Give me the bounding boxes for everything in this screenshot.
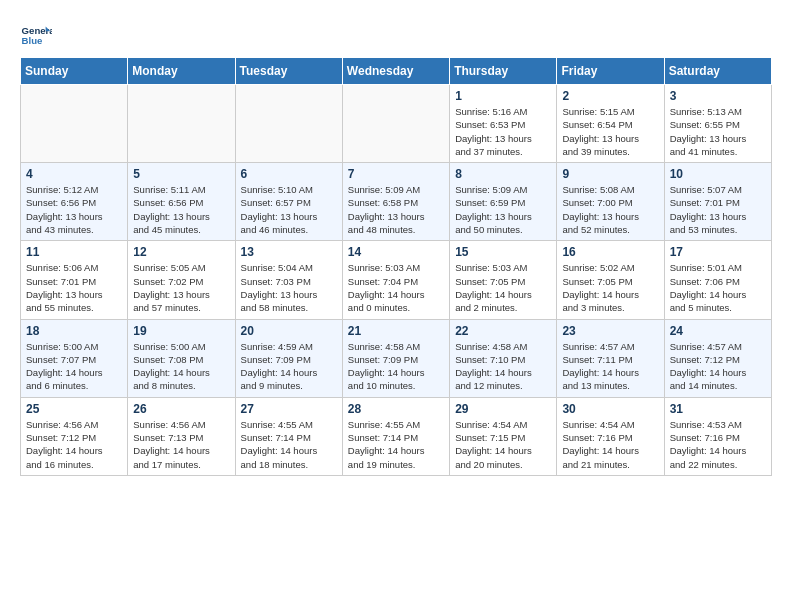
day-info: Sunrise: 5:00 AM Sunset: 7:07 PM Dayligh…: [26, 340, 122, 393]
calendar-cell: 19Sunrise: 5:00 AM Sunset: 7:08 PM Dayli…: [128, 319, 235, 397]
day-info: Sunrise: 4:56 AM Sunset: 7:12 PM Dayligh…: [26, 418, 122, 471]
calendar-cell: 8Sunrise: 5:09 AM Sunset: 6:59 PM Daylig…: [450, 163, 557, 241]
calendar-cell: 12Sunrise: 5:05 AM Sunset: 7:02 PM Dayli…: [128, 241, 235, 319]
day-info: Sunrise: 4:54 AM Sunset: 7:15 PM Dayligh…: [455, 418, 551, 471]
calendar-cell: [128, 85, 235, 163]
day-number: 24: [670, 324, 766, 338]
day-number: 7: [348, 167, 444, 181]
day-number: 26: [133, 402, 229, 416]
calendar-cell: 18Sunrise: 5:00 AM Sunset: 7:07 PM Dayli…: [21, 319, 128, 397]
logo: General Blue: [20, 20, 52, 52]
day-info: Sunrise: 5:08 AM Sunset: 7:00 PM Dayligh…: [562, 183, 658, 236]
day-info: Sunrise: 5:15 AM Sunset: 6:54 PM Dayligh…: [562, 105, 658, 158]
header-sunday: Sunday: [21, 58, 128, 85]
calendar-header-row: SundayMondayTuesdayWednesdayThursdayFrid…: [21, 58, 772, 85]
day-info: Sunrise: 5:05 AM Sunset: 7:02 PM Dayligh…: [133, 261, 229, 314]
day-info: Sunrise: 5:01 AM Sunset: 7:06 PM Dayligh…: [670, 261, 766, 314]
day-info: Sunrise: 5:16 AM Sunset: 6:53 PM Dayligh…: [455, 105, 551, 158]
day-info: Sunrise: 4:56 AM Sunset: 7:13 PM Dayligh…: [133, 418, 229, 471]
calendar-cell: 15Sunrise: 5:03 AM Sunset: 7:05 PM Dayli…: [450, 241, 557, 319]
week-row-3: 11Sunrise: 5:06 AM Sunset: 7:01 PM Dayli…: [21, 241, 772, 319]
day-number: 14: [348, 245, 444, 259]
day-number: 9: [562, 167, 658, 181]
logo-icon: General Blue: [20, 20, 52, 52]
day-info: Sunrise: 5:12 AM Sunset: 6:56 PM Dayligh…: [26, 183, 122, 236]
calendar-cell: 21Sunrise: 4:58 AM Sunset: 7:09 PM Dayli…: [342, 319, 449, 397]
day-info: Sunrise: 4:58 AM Sunset: 7:10 PM Dayligh…: [455, 340, 551, 393]
day-info: Sunrise: 5:04 AM Sunset: 7:03 PM Dayligh…: [241, 261, 337, 314]
calendar-cell: 17Sunrise: 5:01 AM Sunset: 7:06 PM Dayli…: [664, 241, 771, 319]
day-number: 8: [455, 167, 551, 181]
day-number: 30: [562, 402, 658, 416]
day-number: 6: [241, 167, 337, 181]
header-tuesday: Tuesday: [235, 58, 342, 85]
day-number: 15: [455, 245, 551, 259]
calendar-cell: 14Sunrise: 5:03 AM Sunset: 7:04 PM Dayli…: [342, 241, 449, 319]
day-number: 20: [241, 324, 337, 338]
day-info: Sunrise: 4:57 AM Sunset: 7:12 PM Dayligh…: [670, 340, 766, 393]
calendar-cell: 2Sunrise: 5:15 AM Sunset: 6:54 PM Daylig…: [557, 85, 664, 163]
day-info: Sunrise: 4:54 AM Sunset: 7:16 PM Dayligh…: [562, 418, 658, 471]
calendar-cell: 30Sunrise: 4:54 AM Sunset: 7:16 PM Dayli…: [557, 397, 664, 475]
day-number: 31: [670, 402, 766, 416]
day-number: 1: [455, 89, 551, 103]
calendar-cell: 24Sunrise: 4:57 AM Sunset: 7:12 PM Dayli…: [664, 319, 771, 397]
day-number: 16: [562, 245, 658, 259]
week-row-5: 25Sunrise: 4:56 AM Sunset: 7:12 PM Dayli…: [21, 397, 772, 475]
day-info: Sunrise: 5:09 AM Sunset: 6:58 PM Dayligh…: [348, 183, 444, 236]
calendar-cell: 28Sunrise: 4:55 AM Sunset: 7:14 PM Dayli…: [342, 397, 449, 475]
day-info: Sunrise: 5:07 AM Sunset: 7:01 PM Dayligh…: [670, 183, 766, 236]
header-thursday: Thursday: [450, 58, 557, 85]
day-number: 28: [348, 402, 444, 416]
calendar-cell: 23Sunrise: 4:57 AM Sunset: 7:11 PM Dayli…: [557, 319, 664, 397]
calendar-cell: 7Sunrise: 5:09 AM Sunset: 6:58 PM Daylig…: [342, 163, 449, 241]
day-number: 23: [562, 324, 658, 338]
week-row-1: 1Sunrise: 5:16 AM Sunset: 6:53 PM Daylig…: [21, 85, 772, 163]
calendar-cell: 11Sunrise: 5:06 AM Sunset: 7:01 PM Dayli…: [21, 241, 128, 319]
day-info: Sunrise: 5:03 AM Sunset: 7:05 PM Dayligh…: [455, 261, 551, 314]
calendar-cell: 6Sunrise: 5:10 AM Sunset: 6:57 PM Daylig…: [235, 163, 342, 241]
day-number: 29: [455, 402, 551, 416]
day-info: Sunrise: 5:11 AM Sunset: 6:56 PM Dayligh…: [133, 183, 229, 236]
day-info: Sunrise: 4:53 AM Sunset: 7:16 PM Dayligh…: [670, 418, 766, 471]
calendar-cell: [235, 85, 342, 163]
header-friday: Friday: [557, 58, 664, 85]
header-monday: Monday: [128, 58, 235, 85]
calendar-cell: 1Sunrise: 5:16 AM Sunset: 6:53 PM Daylig…: [450, 85, 557, 163]
week-row-2: 4Sunrise: 5:12 AM Sunset: 6:56 PM Daylig…: [21, 163, 772, 241]
calendar-cell: 10Sunrise: 5:07 AM Sunset: 7:01 PM Dayli…: [664, 163, 771, 241]
calendar-cell: [342, 85, 449, 163]
calendar-cell: 31Sunrise: 4:53 AM Sunset: 7:16 PM Dayli…: [664, 397, 771, 475]
calendar-cell: 25Sunrise: 4:56 AM Sunset: 7:12 PM Dayli…: [21, 397, 128, 475]
day-number: 11: [26, 245, 122, 259]
day-number: 22: [455, 324, 551, 338]
calendar-cell: 3Sunrise: 5:13 AM Sunset: 6:55 PM Daylig…: [664, 85, 771, 163]
calendar-cell: 27Sunrise: 4:55 AM Sunset: 7:14 PM Dayli…: [235, 397, 342, 475]
calendar-cell: [21, 85, 128, 163]
day-number: 4: [26, 167, 122, 181]
day-info: Sunrise: 5:10 AM Sunset: 6:57 PM Dayligh…: [241, 183, 337, 236]
day-number: 3: [670, 89, 766, 103]
day-info: Sunrise: 5:03 AM Sunset: 7:04 PM Dayligh…: [348, 261, 444, 314]
calendar-cell: 29Sunrise: 4:54 AM Sunset: 7:15 PM Dayli…: [450, 397, 557, 475]
day-number: 5: [133, 167, 229, 181]
calendar-cell: 13Sunrise: 5:04 AM Sunset: 7:03 PM Dayli…: [235, 241, 342, 319]
calendar-cell: 26Sunrise: 4:56 AM Sunset: 7:13 PM Dayli…: [128, 397, 235, 475]
calendar-cell: 9Sunrise: 5:08 AM Sunset: 7:00 PM Daylig…: [557, 163, 664, 241]
day-info: Sunrise: 4:57 AM Sunset: 7:11 PM Dayligh…: [562, 340, 658, 393]
day-info: Sunrise: 4:58 AM Sunset: 7:09 PM Dayligh…: [348, 340, 444, 393]
day-number: 18: [26, 324, 122, 338]
day-number: 10: [670, 167, 766, 181]
calendar-table: SundayMondayTuesdayWednesdayThursdayFrid…: [20, 57, 772, 476]
day-info: Sunrise: 5:00 AM Sunset: 7:08 PM Dayligh…: [133, 340, 229, 393]
day-info: Sunrise: 4:55 AM Sunset: 7:14 PM Dayligh…: [241, 418, 337, 471]
day-info: Sunrise: 5:02 AM Sunset: 7:05 PM Dayligh…: [562, 261, 658, 314]
day-number: 25: [26, 402, 122, 416]
day-number: 17: [670, 245, 766, 259]
day-number: 12: [133, 245, 229, 259]
calendar-cell: 22Sunrise: 4:58 AM Sunset: 7:10 PM Dayli…: [450, 319, 557, 397]
calendar-cell: 5Sunrise: 5:11 AM Sunset: 6:56 PM Daylig…: [128, 163, 235, 241]
calendar-cell: 16Sunrise: 5:02 AM Sunset: 7:05 PM Dayli…: [557, 241, 664, 319]
svg-text:Blue: Blue: [22, 35, 43, 46]
week-row-4: 18Sunrise: 5:00 AM Sunset: 7:07 PM Dayli…: [21, 319, 772, 397]
